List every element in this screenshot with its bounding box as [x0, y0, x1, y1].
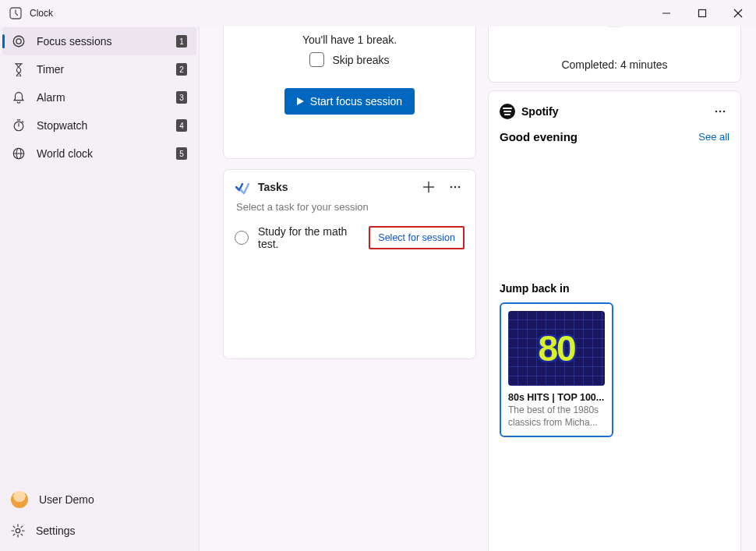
svg-point-18: [719, 111, 722, 113]
spotify-more-button[interactable]: [711, 102, 730, 121]
tasks-icon: [235, 179, 250, 195]
app-title: Clock: [30, 8, 53, 19]
user-name: User Demo: [39, 493, 94, 506]
svg-point-19: [723, 111, 726, 113]
sidebar-item-badge: 1: [176, 35, 187, 48]
title-bar: Clock: [0, 0, 756, 26]
see-all-link[interactable]: See all: [698, 131, 730, 143]
playlist-cover-text: 80: [538, 327, 574, 369]
world-clock-icon: [12, 147, 26, 161]
settings-label: Settings: [36, 525, 76, 537]
sidebar-item-label: World clock: [37, 147, 176, 160]
sidebar-item-focus-sessions[interactable]: Focus sessions 1: [2, 27, 196, 55]
maximize-button[interactable]: [684, 0, 720, 26]
tasks-card: Tasks Select a task for your session Stu…: [223, 169, 476, 359]
spotify-brand: Spotify: [521, 105, 705, 118]
settings-button[interactable]: Settings: [0, 515, 199, 546]
skip-breaks-checkbox[interactable]: [309, 52, 324, 67]
svg-point-16: [458, 186, 461, 189]
spotify-logo-icon: [500, 104, 515, 119]
sidebar-item-world-clock[interactable]: World clock 5: [2, 140, 196, 168]
playlist-cover: 80: [508, 311, 605, 386]
task-text[interactable]: Study for the math test.: [258, 225, 359, 250]
spotify-card: Spotify Good evening See all Jump back i…: [488, 90, 741, 551]
add-task-button[interactable]: [419, 178, 438, 196]
sidebar-item-badge: 2: [176, 63, 187, 76]
sidebar-item-label: Focus sessions: [37, 35, 176, 48]
svg-point-17: [715, 111, 718, 113]
sidebar-item-label: Timer: [37, 63, 176, 76]
focus-sessions-icon: [12, 34, 26, 48]
svg-point-6: [16, 39, 21, 44]
sidebar-item-badge: 5: [176, 147, 187, 160]
skip-breaks-label: Skip breaks: [332, 54, 389, 66]
focus-session-card: mins You'll have 1 break. Skip breaks St…: [223, 26, 476, 159]
daily-progress-card: Completed: 4 minutes: [488, 26, 741, 83]
completed-text: Completed: 4 minutes: [489, 58, 740, 71]
window-controls: [648, 0, 756, 26]
skip-breaks-row: Skip breaks: [309, 52, 389, 67]
break-info-text: You'll have 1 break.: [302, 34, 397, 46]
jump-back-in-title: Jump back in: [500, 282, 730, 295]
start-button-label: Start focus session: [310, 95, 402, 108]
select-for-session-button[interactable]: Select for session: [369, 226, 465, 249]
tasks-title: Tasks: [258, 181, 412, 193]
svg-point-15: [454, 186, 457, 189]
svg-point-5: [13, 36, 24, 47]
close-button[interactable]: [720, 0, 756, 26]
minimize-button[interactable]: [648, 0, 684, 26]
svg-point-14: [450, 186, 453, 189]
svg-rect-2: [699, 10, 706, 17]
title-bar-left: Clock: [9, 7, 53, 19]
sidebar-item-badge: 4: [176, 119, 187, 132]
timer-icon: [12, 62, 26, 76]
playlist-tile[interactable]: 80 80s HITS | TOP 100... The best of the…: [500, 302, 613, 437]
user-account[interactable]: User Demo: [0, 484, 199, 515]
play-icon: [297, 97, 304, 105]
sidebar-item-alarm[interactable]: Alarm 3: [2, 83, 196, 111]
playlist-name: 80s HITS | TOP 100...: [508, 392, 605, 403]
sidebar: Focus sessions 1 Timer 2 Alarm 3 Stopwat…: [0, 26, 200, 551]
tasks-more-button[interactable]: [446, 178, 465, 196]
sidebar-item-stopwatch[interactable]: Stopwatch 4: [2, 111, 196, 140]
sidebar-item-timer[interactable]: Timer 2: [2, 55, 196, 83]
sidebar-item-badge: 3: [176, 91, 187, 104]
avatar-icon: [11, 491, 28, 508]
svg-point-11: [16, 528, 19, 532]
tasks-subtitle: Select a task for your session: [224, 201, 475, 219]
clock-app-icon: [9, 7, 22, 19]
spotify-greeting: Good evening: [500, 130, 578, 143]
start-focus-session-button[interactable]: Start focus session: [284, 88, 415, 115]
progress-ring: [568, 26, 662, 27]
stopwatch-icon: [12, 118, 26, 132]
alarm-icon: [12, 90, 26, 104]
gear-icon: [11, 524, 25, 538]
task-complete-radio[interactable]: [235, 231, 249, 245]
main-content: mins You'll have 1 break. Skip breaks St…: [200, 26, 756, 551]
task-row: Study for the math test. Select for sess…: [224, 219, 475, 256]
playlist-description: The best of the 1980s classics from Mich…: [508, 404, 605, 429]
sidebar-item-label: Alarm: [37, 91, 176, 104]
sidebar-item-label: Stopwatch: [37, 119, 176, 132]
